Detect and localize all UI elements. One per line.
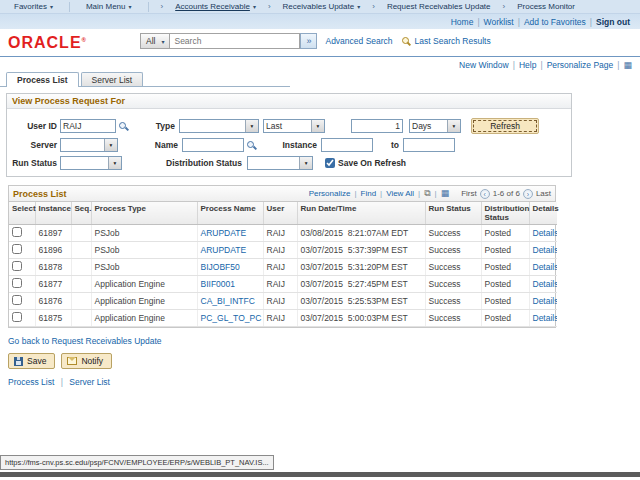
save-button-label: Save — [27, 356, 46, 366]
type-label: Type — [143, 121, 175, 131]
pager-last-label[interactable]: Last — [536, 189, 551, 198]
details-link[interactable]: Details — [533, 313, 558, 323]
tab-server-list[interactable]: Server List — [81, 72, 144, 86]
run-status-select[interactable]: ▾ — [60, 156, 122, 170]
divider — [69, 2, 70, 12]
process-monitor-page: { "branding": { "logo": "ORACLE", "regis… — [0, 0, 640, 480]
last-select[interactable]: Last ▾ — [263, 119, 325, 133]
sign-out-link[interactable]: Sign out — [596, 17, 630, 27]
add-to-favorites-link[interactable]: Add to Favorites — [524, 17, 586, 27]
search-scope-select[interactable]: All ▾ — [140, 33, 170, 49]
server-select[interactable]: ▾ — [60, 138, 118, 152]
user-id-lookup-icon[interactable] — [118, 121, 129, 132]
table-row: 61896 PSJob ARUPDATE RAIJ 03/07/2015 5:3… — [9, 242, 557, 259]
last-search-results-link[interactable]: Last Search Results — [415, 36, 491, 46]
notify-button[interactable]: Notify — [61, 353, 112, 369]
find-link[interactable]: Find — [361, 189, 377, 198]
details-link[interactable]: Details — [533, 279, 558, 289]
cell-process-name: CA_BI_INTFC — [197, 293, 263, 310]
server-label: Server — [11, 140, 57, 150]
row-select-checkbox[interactable] — [12, 244, 22, 254]
search-input[interactable] — [170, 33, 300, 49]
worklist-link[interactable]: Worklist — [484, 17, 514, 27]
distribution-status-select[interactable]: ▾ — [247, 156, 313, 170]
copy-url-icon[interactable]: ▦ — [623, 61, 632, 70]
crumb-label: Receivables Update — [283, 2, 355, 11]
refresh-button[interactable]: Refresh — [471, 118, 539, 134]
advanced-search-link[interactable]: Advanced Search — [325, 36, 392, 46]
panel-title: View Process Request For — [7, 94, 571, 109]
days-select[interactable]: Days ▾ — [409, 119, 461, 133]
pager-next-icon[interactable]: › — [523, 189, 533, 199]
details-link[interactable]: Details — [533, 296, 558, 306]
cell-user: RAIJ — [263, 242, 297, 259]
cell-instance: 61875 — [35, 310, 71, 327]
process-name-link[interactable]: PC_GL_TO_PC — [201, 313, 262, 323]
breadcrumb-receivables-update[interactable]: Receivables Update ▾ — [275, 2, 369, 11]
server-list-bottom-link[interactable]: Server List — [69, 377, 110, 387]
view-all-link[interactable]: View All — [386, 189, 414, 198]
process-name-link[interactable]: BIIF0001 — [201, 279, 236, 289]
notify-button-label: Notify — [81, 356, 103, 366]
cell-details: Details — [529, 225, 557, 242]
new-window-link[interactable]: New Window — [459, 60, 509, 70]
row-select-checkbox[interactable] — [12, 261, 22, 271]
process-list-bottom-link[interactable]: Process List — [8, 377, 54, 387]
oracle-logo-text: ORACLE — [8, 34, 82, 51]
search-go-button[interactable]: » — [300, 33, 317, 49]
process-name-link[interactable]: ARUPDATE — [201, 245, 247, 255]
cell-user: RAIJ — [263, 259, 297, 276]
save-on-refresh-checkbox[interactable] — [325, 158, 335, 168]
col-process-type: Process Type — [91, 202, 197, 225]
download-icon[interactable]: ▦ — [441, 189, 450, 198]
details-link[interactable]: Details — [533, 245, 558, 255]
instance-from-input[interactable] — [321, 138, 373, 152]
cell-process-name: BIIF0001 — [197, 276, 263, 293]
status-bar-url: https://fms-cnv.ps.sc.edu/psp/FCNV/EMPLO… — [0, 455, 274, 470]
zoom-grid-icon[interactable]: ⧉ — [424, 188, 430, 199]
cell-distribution-status: Posted — [481, 259, 529, 276]
cell-seq — [71, 259, 91, 276]
pager-first-label[interactable]: First — [461, 189, 477, 198]
type-select[interactable]: ▾ — [179, 119, 259, 133]
process-name-link[interactable]: BIJOBF50 — [201, 262, 240, 272]
process-list-grid: Process List Personalize | Find | View A… — [8, 185, 556, 328]
instance-to-input[interactable] — [403, 138, 455, 152]
row-select-checkbox[interactable] — [12, 312, 22, 322]
col-run-status: Run Status — [425, 202, 481, 225]
process-name-link[interactable]: CA_BI_INTFC — [201, 296, 255, 306]
help-link[interactable]: Help — [519, 60, 536, 70]
row-select-checkbox[interactable] — [12, 227, 22, 237]
breadcrumb-separator-icon: › — [268, 2, 271, 11]
name-label: Name — [144, 140, 178, 150]
chevron-down-icon: ▾ — [357, 3, 360, 10]
pager-prev-icon[interactable]: ‹ — [480, 189, 490, 199]
save-button[interactable]: Save — [8, 353, 55, 369]
last-number-input[interactable] — [351, 119, 403, 133]
favorites-menu[interactable]: Favorites ▾ — [6, 2, 61, 11]
personalize-link[interactable]: Personalize — [309, 189, 351, 198]
process-name-link[interactable]: ARUPDATE — [201, 228, 247, 238]
last-search-results-icon — [401, 36, 412, 47]
breadcrumb-request-receivables-update[interactable]: Request Receivables Update — [379, 2, 499, 11]
cell-process-type: PSJob — [91, 225, 197, 242]
go-back-link[interactable]: Go back to Request Receivables Update — [8, 336, 162, 346]
personalize-page-link[interactable]: Personalize Page — [547, 60, 614, 70]
main-menu[interactable]: Main Menu ▾ — [78, 2, 140, 11]
user-id-input[interactable] — [60, 119, 116, 133]
tab-process-list[interactable]: Process List — [6, 72, 79, 87]
name-lookup-icon[interactable] — [246, 140, 257, 151]
cell-select — [9, 225, 35, 242]
cell-process-type: PSJob — [91, 242, 197, 259]
name-input[interactable] — [182, 138, 244, 152]
row-select-checkbox[interactable] — [12, 278, 22, 288]
row-select-checkbox[interactable] — [12, 295, 22, 305]
details-link[interactable]: Details — [533, 262, 558, 272]
divider — [148, 2, 149, 12]
process-table: Select Instance Seq. Process Type Proces… — [9, 202, 557, 327]
details-link[interactable]: Details — [533, 228, 558, 238]
home-link[interactable]: Home — [451, 17, 474, 27]
breadcrumb-accounts-receivable[interactable]: Accounts Receivable ▾ — [167, 2, 264, 11]
breadcrumb-process-monitor[interactable]: Process Monitor — [509, 2, 583, 11]
col-distribution-status: Distribution Status — [481, 202, 529, 225]
